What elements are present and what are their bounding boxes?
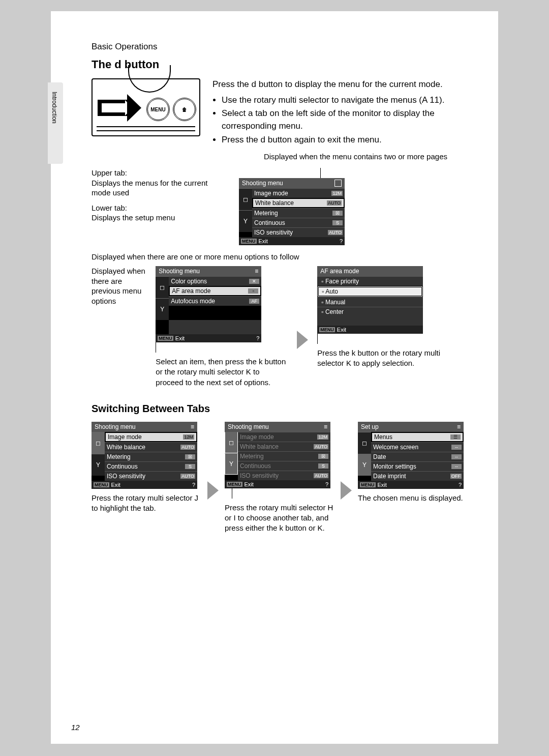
menu-item: ISO sensitivityAUTO [105, 471, 197, 481]
menu-item: Welcome screen-- [371, 442, 464, 452]
upper-tab-highlighted: ◻ [225, 432, 238, 453]
scroll-icon: ≡ [457, 423, 461, 430]
manual-page: Introduction Basic Operations The d butt… [51, 11, 498, 744]
arrow-right-icon [297, 331, 308, 349]
menu-item: Date-- [371, 452, 464, 461]
screen-tabs-step-2: Shooting menu≡ ◻Y Image mode12MWhite bal… [225, 422, 330, 488]
upper-tab-icon: ◻ [92, 432, 105, 454]
lower-tab-icon: Y [156, 298, 169, 320]
scroll-icon: ≡ [324, 423, 327, 430]
menu-item: Menus☰ [371, 432, 464, 442]
page-number: 12 [71, 723, 80, 732]
section-label: Basic Operations [92, 42, 468, 52]
menu-item: ▫ Face priority [317, 276, 423, 286]
menu-item: ▫ Manual [317, 297, 423, 307]
menu-item: ▫ Center [317, 307, 423, 316]
trash-button-icon: 🗑 [173, 98, 196, 121]
decor-line [97, 126, 195, 127]
page-indicator-icon [334, 180, 342, 187]
caption-apply: Press the k button or the rotary multi s… [317, 348, 468, 369]
bullet: Press the d button again to exit the men… [222, 134, 468, 147]
anno-pages: Displayed when the menu contains two or … [92, 152, 447, 161]
menu-item: ISO sensitivityAUTO [238, 471, 330, 480]
scroll-icon: ≡ [191, 423, 194, 430]
menu-item: Color options✕ [169, 276, 261, 286]
menu-item: AF area mode▫ [169, 286, 261, 296]
intro-text: Press the d button to display the menu f… [212, 78, 468, 149]
menu-item: Metering☒ [238, 451, 330, 461]
menu-item: ▫ Auto [317, 286, 423, 297]
menu-item: Metering☒ [252, 208, 345, 218]
screen-af-area-mode: AF area mode ▫ Face priority▫ Auto▫ Manu… [317, 266, 423, 334]
menu-item: Metering☒ [105, 452, 197, 461]
chapter-tab: Introduction [48, 82, 63, 164]
heading-switching-tabs: Switching Between Tabs [92, 403, 468, 415]
pointer-arrow-icon [98, 97, 141, 119]
bullet: Select a tab on the left side of the mon… [222, 107, 468, 132]
menu-item: ISO sensitivityAUTO [252, 227, 345, 237]
screen-shooting-menu-1: Shooting menu ◻ Y Image mode12MWhite bal… [239, 178, 345, 245]
lower-tab-icon: Y [358, 454, 371, 476]
mode-dial-icon [128, 65, 171, 93]
menu-item: ContinuousS [252, 218, 345, 227]
caption-step-3: The chosen menu is displayed. [358, 493, 468, 503]
arrow-right-icon [341, 481, 352, 500]
decor-line [97, 130, 195, 131]
menu-button-icon: MENU [146, 98, 170, 121]
menu-item: White balanceAUTO [252, 198, 345, 208]
menu-item: Date imprintOFF [371, 471, 464, 481]
caption-select-item: Select an item, then press the k button … [156, 357, 288, 388]
menu-item: Image mode12M [252, 188, 345, 198]
menu-item: Image mode12M [238, 432, 330, 442]
scroll-icon: ≡ [255, 268, 258, 275]
leader-line [320, 168, 345, 178]
chapter-label: Introduction [51, 92, 58, 124]
anno-follow: Displayed when there are one or more men… [92, 252, 468, 261]
menu-item: Autofocus modeAF [169, 296, 261, 306]
leader-line [317, 334, 468, 344]
anno-upper-tab: Upper tab: Displays the menus for the cu… [92, 168, 214, 198]
menu-item: ContinuousS [238, 461, 330, 471]
leader-line [232, 488, 334, 499]
leader-line [156, 342, 288, 353]
arrow-right-icon [207, 481, 219, 500]
upper-tab-icon: ◻ [239, 188, 252, 210]
menu-item: White balanceAUTO [105, 442, 197, 452]
camera-illustration: MENU 🗑 [92, 78, 200, 136]
caption-step-1: Press the rotary multi selector J to hig… [92, 493, 201, 514]
lower-tab-icon: Y [92, 454, 105, 476]
upper-tab-icon: ◻ [358, 432, 371, 454]
menu-item: White balanceAUTO [238, 442, 330, 451]
bullet: Use the rotary multi selector to navigat… [222, 94, 468, 107]
caption-step-2: Press the rotary multi selector H or I t… [225, 503, 334, 534]
anno-lower-tab: Lower tab: Displays the setup menu [92, 203, 214, 223]
lower-tab-highlighted: Y [225, 453, 238, 475]
upper-tab-icon: ◻ [156, 276, 169, 298]
menu-item: Monitor settings-- [371, 461, 464, 471]
screen-shooting-menu-2: Shooting menu≡ ◻ Y Color options✕AF area… [156, 266, 261, 342]
menu-item: ContinuousS [105, 461, 197, 471]
lower-tab-icon: Y [239, 210, 252, 232]
menu-item: Image mode12M [105, 432, 197, 442]
anno-previous: Displayed when there are previous menu o… [92, 266, 146, 306]
screen-tabs-step-3: Set up≡ ◻Y Menus☰Welcome screen--Date--M… [358, 422, 464, 489]
screen-tabs-step-1: Shooting menu≡ ◻Y Image mode12MWhite bal… [92, 422, 197, 489]
